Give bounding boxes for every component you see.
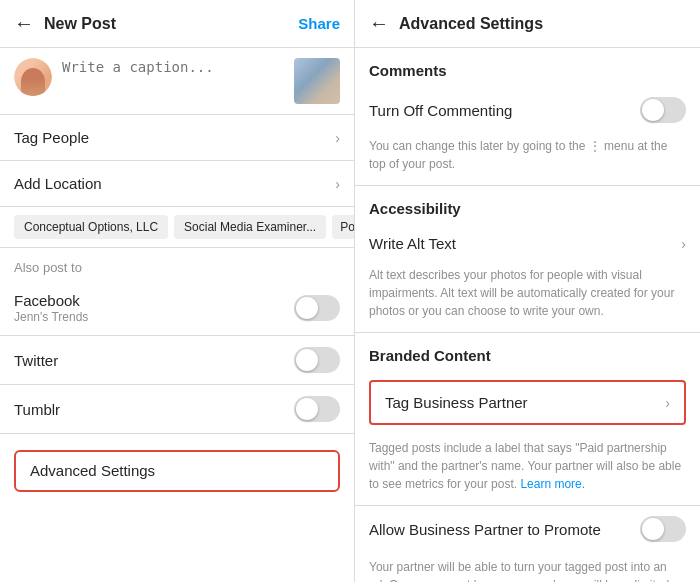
add-location-label: Add Location bbox=[14, 175, 102, 192]
back-arrow-icon[interactable]: ← bbox=[14, 12, 34, 35]
alt-text-chevron-icon: › bbox=[681, 236, 686, 252]
caption-input[interactable] bbox=[62, 58, 284, 96]
advanced-settings-button[interactable]: Advanced Settings bbox=[14, 450, 340, 492]
allow-business-helper-text: Your partner will be able to turn your t… bbox=[369, 560, 669, 582]
header-left: ← New Post bbox=[14, 12, 116, 35]
advanced-settings-header: ← Advanced Settings bbox=[355, 0, 700, 48]
tag-people-row[interactable]: Tag People › bbox=[0, 115, 354, 161]
facebook-row: Facebook Jenn's Trends bbox=[0, 281, 354, 336]
tag-business-helper: Tagged posts include a label that says "… bbox=[355, 433, 700, 506]
also-post-section-label: Also post to bbox=[0, 248, 354, 281]
turn-off-commenting-label: Turn Off Commenting bbox=[369, 102, 512, 119]
avatar bbox=[14, 58, 52, 96]
branded-content-section-title: Branded Content bbox=[355, 333, 700, 372]
avatar-image bbox=[14, 58, 52, 96]
commenting-toggle[interactable] bbox=[640, 97, 686, 123]
chip-0[interactable]: Conceptual Options, LLC bbox=[14, 215, 168, 239]
chip-2[interactable]: Po... bbox=[332, 215, 354, 239]
allow-business-partner-label: Allow Business Partner to Promote bbox=[369, 521, 601, 538]
right-panel: ← Advanced Settings Comments Turn Off Co… bbox=[355, 0, 700, 582]
learn-more-1-link[interactable]: Learn more. bbox=[520, 477, 585, 491]
commenting-helper: You can change this later by going to th… bbox=[355, 133, 700, 186]
photo-thumbnail bbox=[294, 58, 340, 104]
share-button[interactable]: Share bbox=[298, 15, 340, 32]
advanced-settings-title: Advanced Settings bbox=[399, 15, 543, 33]
chip-1[interactable]: Social Media Examiner... bbox=[174, 215, 326, 239]
facebook-sub: Jenn's Trends bbox=[14, 310, 88, 324]
chevron-right-icon: › bbox=[335, 130, 340, 146]
facebook-label-group: Facebook Jenn's Trends bbox=[14, 292, 88, 324]
tag-business-chevron-icon: › bbox=[665, 395, 670, 411]
tag-people-label: Tag People bbox=[14, 129, 89, 146]
write-alt-text-row[interactable]: Write Alt Text › bbox=[355, 225, 700, 262]
facebook-toggle[interactable] bbox=[294, 295, 340, 321]
twitter-toggle[interactable] bbox=[294, 347, 340, 373]
tag-business-partner-button[interactable]: Tag Business Partner › bbox=[369, 380, 686, 425]
tumblr-label: Tumblr bbox=[14, 401, 60, 418]
commenting-toggle-knob bbox=[642, 99, 664, 121]
avatar-silhouette bbox=[21, 68, 45, 96]
write-alt-text-label: Write Alt Text bbox=[369, 235, 456, 252]
add-location-row[interactable]: Add Location › bbox=[0, 161, 354, 207]
alt-text-helper: Alt text describes your photos for peopl… bbox=[355, 262, 700, 333]
tag-chips-row: Conceptual Options, LLC Social Media Exa… bbox=[0, 207, 354, 248]
chevron-right-icon: › bbox=[335, 176, 340, 192]
tumblr-row: Tumblr bbox=[0, 385, 354, 434]
advanced-settings-label: Advanced Settings bbox=[30, 462, 155, 479]
allow-business-helper: Your partner will be able to turn your t… bbox=[355, 552, 700, 582]
allow-business-partner-row: Allow Business Partner to Promote bbox=[355, 506, 700, 552]
accessibility-section-title: Accessibility bbox=[355, 186, 700, 225]
twitter-toggle-knob bbox=[296, 349, 318, 371]
back-arrow-right-icon[interactable]: ← bbox=[369, 12, 389, 35]
turn-off-commenting-row: Turn Off Commenting bbox=[355, 87, 700, 133]
twitter-row: Twitter bbox=[0, 336, 354, 385]
tumblr-toggle-knob bbox=[296, 398, 318, 420]
tag-business-partner-label: Tag Business Partner bbox=[385, 394, 528, 411]
comments-section-title: Comments bbox=[355, 48, 700, 87]
new-post-header: ← New Post Share bbox=[0, 0, 354, 48]
allow-business-toggle-knob bbox=[642, 518, 664, 540]
tumblr-toggle[interactable] bbox=[294, 396, 340, 422]
facebook-toggle-knob bbox=[296, 297, 318, 319]
allow-business-toggle[interactable] bbox=[640, 516, 686, 542]
facebook-label: Facebook bbox=[14, 292, 88, 309]
left-panel: ← New Post Share Tag People › Add Locati… bbox=[0, 0, 355, 582]
page-title: New Post bbox=[44, 15, 116, 33]
twitter-label: Twitter bbox=[14, 352, 58, 369]
caption-area bbox=[0, 48, 354, 115]
